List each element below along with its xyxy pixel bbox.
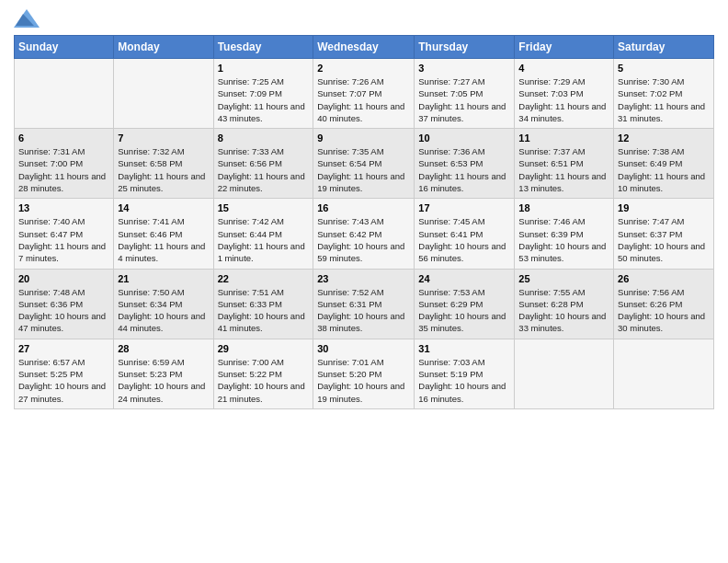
day-number: 10	[418, 132, 510, 144]
calendar-cell: 22Sunrise: 7:51 AMSunset: 6:33 PMDayligh…	[213, 269, 313, 339]
calendar-cell: 23Sunrise: 7:52 AMSunset: 6:31 PMDayligh…	[313, 269, 415, 339]
calendar-cell	[15, 59, 114, 129]
calendar-cell	[614, 339, 714, 408]
day-info: Sunrise: 7:29 AMSunset: 7:03 PMDaylight:…	[518, 75, 609, 124]
calendar-cell: 1Sunrise: 7:25 AMSunset: 7:09 PMDaylight…	[213, 59, 313, 129]
day-info: Sunrise: 7:47 AMSunset: 6:37 PMDaylight:…	[618, 215, 710, 264]
day-number: 18	[518, 202, 609, 213]
day-number: 27	[18, 343, 109, 354]
calendar-cell: 12Sunrise: 7:38 AMSunset: 6:49 PMDayligh…	[614, 129, 714, 199]
calendar-cell	[114, 59, 213, 129]
day-number: 15	[218, 202, 310, 213]
day-info: Sunrise: 7:27 AMSunset: 7:05 PMDaylight:…	[418, 75, 510, 124]
day-info: Sunrise: 7:41 AMSunset: 6:46 PMDaylight:…	[118, 215, 209, 264]
day-number: 17	[418, 202, 510, 213]
calendar-cell: 4Sunrise: 7:29 AMSunset: 7:03 PMDaylight…	[515, 59, 614, 129]
calendar-cell: 8Sunrise: 7:33 AMSunset: 6:56 PMDaylight…	[213, 129, 313, 199]
calendar-cell: 5Sunrise: 7:30 AMSunset: 7:02 PMDaylight…	[614, 59, 714, 129]
day-number: 13	[18, 202, 109, 213]
day-info: Sunrise: 7:42 AMSunset: 6:44 PMDaylight:…	[218, 215, 310, 264]
calendar-cell: 25Sunrise: 7:55 AMSunset: 6:28 PMDayligh…	[515, 269, 614, 339]
day-number: 25	[518, 273, 609, 284]
calendar-cell: 29Sunrise: 7:00 AMSunset: 5:22 PMDayligh…	[213, 339, 313, 408]
day-number: 3	[418, 63, 510, 74]
day-header-monday: Monday	[114, 36, 213, 59]
day-info: Sunrise: 7:55 AMSunset: 6:28 PMDaylight:…	[518, 286, 609, 335]
day-number: 12	[618, 132, 710, 144]
calendar-cell: 15Sunrise: 7:42 AMSunset: 6:44 PMDayligh…	[213, 199, 313, 269]
day-number: 21	[118, 273, 209, 284]
day-info: Sunrise: 7:52 AMSunset: 6:31 PMDaylight:…	[317, 286, 410, 335]
day-info: Sunrise: 7:33 AMSunset: 6:56 PMDaylight:…	[218, 145, 310, 194]
week-row-2: 6Sunrise: 7:31 AMSunset: 7:00 PMDaylight…	[15, 129, 714, 199]
calendar-cell: 30Sunrise: 7:01 AMSunset: 5:20 PMDayligh…	[313, 339, 415, 408]
day-header-tuesday: Tuesday	[213, 36, 313, 59]
day-number: 28	[118, 343, 209, 354]
day-info: Sunrise: 7:56 AMSunset: 6:26 PMDaylight:…	[618, 286, 710, 335]
day-number: 19	[618, 202, 710, 213]
day-info: Sunrise: 7:37 AMSunset: 6:51 PMDaylight:…	[518, 145, 609, 194]
day-number: 9	[317, 132, 410, 144]
day-info: Sunrise: 6:59 AMSunset: 5:23 PMDaylight:…	[118, 356, 209, 405]
calendar-cell: 14Sunrise: 7:41 AMSunset: 6:46 PMDayligh…	[114, 199, 213, 269]
day-info: Sunrise: 7:46 AMSunset: 6:39 PMDaylight:…	[518, 215, 609, 264]
day-info: Sunrise: 7:48 AMSunset: 6:36 PMDaylight:…	[18, 286, 109, 335]
calendar-cell: 24Sunrise: 7:53 AMSunset: 6:29 PMDayligh…	[415, 269, 515, 339]
logo	[14, 9, 43, 28]
calendar-cell: 11Sunrise: 7:37 AMSunset: 6:51 PMDayligh…	[515, 129, 614, 199]
day-number: 24	[418, 273, 510, 284]
calendar-cell: 2Sunrise: 7:26 AMSunset: 7:07 PMDaylight…	[313, 59, 415, 129]
day-number: 11	[518, 132, 609, 144]
day-number: 2	[317, 63, 410, 74]
day-info: Sunrise: 7:35 AMSunset: 6:54 PMDaylight:…	[317, 145, 410, 194]
day-info: Sunrise: 7:50 AMSunset: 6:34 PMDaylight:…	[118, 286, 209, 335]
day-info: Sunrise: 6:57 AMSunset: 5:25 PMDaylight:…	[18, 356, 109, 405]
day-number: 5	[618, 63, 710, 74]
logo-icon	[14, 9, 40, 28]
day-number: 6	[18, 132, 109, 144]
calendar-cell: 21Sunrise: 7:50 AMSunset: 6:34 PMDayligh…	[114, 269, 213, 339]
page-container: SundayMondayTuesdayWednesdayThursdayFrid…	[0, 0, 728, 419]
day-number: 4	[518, 63, 609, 74]
calendar-cell: 16Sunrise: 7:43 AMSunset: 6:42 PMDayligh…	[313, 199, 415, 269]
day-info: Sunrise: 7:32 AMSunset: 6:58 PMDaylight:…	[118, 145, 209, 194]
calendar-cell: 31Sunrise: 7:03 AMSunset: 5:19 PMDayligh…	[415, 339, 515, 408]
day-info: Sunrise: 7:30 AMSunset: 7:02 PMDaylight:…	[618, 75, 710, 124]
header-row: SundayMondayTuesdayWednesdayThursdayFrid…	[15, 36, 714, 59]
calendar-cell: 17Sunrise: 7:45 AMSunset: 6:41 PMDayligh…	[415, 199, 515, 269]
day-info: Sunrise: 7:01 AMSunset: 5:20 PMDaylight:…	[317, 356, 410, 405]
day-info: Sunrise: 7:40 AMSunset: 6:47 PMDaylight:…	[18, 215, 109, 264]
header	[14, 9, 714, 28]
day-number: 16	[317, 202, 410, 213]
day-number: 23	[317, 273, 410, 284]
day-header-thursday: Thursday	[415, 36, 515, 59]
calendar-cell: 10Sunrise: 7:36 AMSunset: 6:53 PMDayligh…	[415, 129, 515, 199]
week-row-5: 27Sunrise: 6:57 AMSunset: 5:25 PMDayligh…	[15, 339, 714, 408]
calendar-cell: 6Sunrise: 7:31 AMSunset: 7:00 PMDaylight…	[15, 129, 114, 199]
calendar-cell: 7Sunrise: 7:32 AMSunset: 6:58 PMDaylight…	[114, 129, 213, 199]
day-number: 7	[118, 132, 209, 144]
day-info: Sunrise: 7:00 AMSunset: 5:22 PMDaylight:…	[218, 356, 310, 405]
day-number: 20	[18, 273, 109, 284]
day-info: Sunrise: 7:36 AMSunset: 6:53 PMDaylight:…	[418, 145, 510, 194]
calendar-cell: 26Sunrise: 7:56 AMSunset: 6:26 PMDayligh…	[614, 269, 714, 339]
day-number: 31	[418, 343, 510, 354]
calendar-cell: 19Sunrise: 7:47 AMSunset: 6:37 PMDayligh…	[614, 199, 714, 269]
day-header-sunday: Sunday	[15, 36, 114, 59]
day-number: 26	[618, 273, 710, 284]
week-row-4: 20Sunrise: 7:48 AMSunset: 6:36 PMDayligh…	[15, 269, 714, 339]
day-info: Sunrise: 7:26 AMSunset: 7:07 PMDaylight:…	[317, 75, 410, 124]
day-number: 1	[218, 63, 310, 74]
week-row-1: 1Sunrise: 7:25 AMSunset: 7:09 PMDaylight…	[15, 59, 714, 129]
day-number: 30	[317, 343, 410, 354]
day-info: Sunrise: 7:45 AMSunset: 6:41 PMDaylight:…	[418, 215, 510, 264]
week-row-3: 13Sunrise: 7:40 AMSunset: 6:47 PMDayligh…	[15, 199, 714, 269]
calendar-cell: 28Sunrise: 6:59 AMSunset: 5:23 PMDayligh…	[114, 339, 213, 408]
day-info: Sunrise: 7:43 AMSunset: 6:42 PMDaylight:…	[317, 215, 410, 264]
day-number: 29	[218, 343, 310, 354]
day-info: Sunrise: 7:51 AMSunset: 6:33 PMDaylight:…	[218, 286, 310, 335]
day-header-wednesday: Wednesday	[313, 36, 415, 59]
day-info: Sunrise: 7:53 AMSunset: 6:29 PMDaylight:…	[418, 286, 510, 335]
day-header-saturday: Saturday	[614, 36, 714, 59]
calendar-cell: 13Sunrise: 7:40 AMSunset: 6:47 PMDayligh…	[15, 199, 114, 269]
